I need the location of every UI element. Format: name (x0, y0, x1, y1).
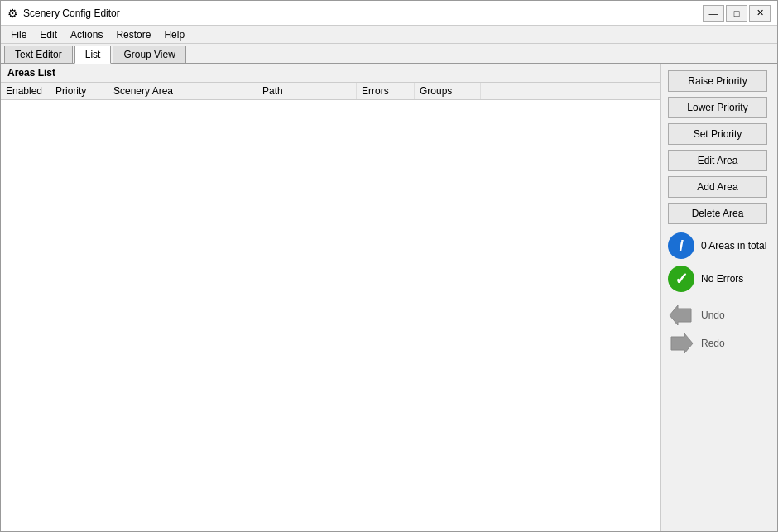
tab-text-editor[interactable]: Text Editor (4, 46, 73, 63)
svg-marker-0 (670, 305, 691, 325)
col-extra (481, 83, 660, 99)
menu-help[interactable]: Help (157, 27, 191, 42)
menu-actions[interactable]: Actions (64, 27, 109, 42)
maximize-button[interactable]: □ (726, 5, 747, 22)
tab-list[interactable]: List (74, 46, 112, 64)
window-title: Scenery Config Editor (23, 7, 120, 19)
delete-area-button[interactable]: Delete Area (668, 203, 767, 224)
lower-priority-button[interactable]: Lower Priority (668, 97, 767, 118)
table-header: Enabled Priority Scenery Area Path Error… (1, 83, 660, 100)
minimize-button[interactable]: — (703, 5, 724, 22)
col-priority: Priority (50, 83, 108, 99)
titlebar-controls: — □ ✕ (703, 5, 771, 22)
redo-row: Redo (668, 332, 771, 355)
menu-restore[interactable]: Restore (109, 27, 157, 42)
col-errors: Errors (357, 83, 415, 99)
info-icon: i (668, 232, 694, 259)
col-enabled: Enabled (1, 83, 50, 99)
areas-total-row: i 0 Areas in total (668, 232, 771, 259)
table-body[interactable] (1, 100, 660, 531)
menu-file[interactable]: File (4, 27, 33, 42)
main-content: Areas List Enabled Priority Scenery Area… (1, 64, 777, 531)
list-header: Areas List (1, 64, 660, 83)
redo-arrow-icon (668, 332, 694, 355)
menu-edit[interactable]: Edit (33, 27, 64, 42)
set-priority-button[interactable]: Set Priority (668, 123, 767, 145)
no-errors-icon: ✓ (668, 266, 694, 292)
redo-label: Redo (701, 338, 725, 349)
col-path: Path (257, 83, 357, 99)
undo-label: Undo (701, 309, 725, 321)
tab-group-view[interactable]: Group View (113, 46, 185, 63)
undo-row: Undo (668, 304, 771, 327)
undo-arrow-icon (668, 304, 694, 327)
tab-bar: Text Editor List Group View (1, 44, 777, 64)
titlebar: ⚙ Scenery Config Editor — □ ✕ (1, 1, 777, 26)
titlebar-left: ⚙ Scenery Config Editor (7, 7, 120, 20)
no-errors-row: ✓ No Errors (668, 266, 771, 292)
menubar: File Edit Actions Restore Help (1, 26, 777, 44)
raise-priority-button[interactable]: Raise Priority (668, 70, 767, 92)
list-area: Areas List Enabled Priority Scenery Area… (1, 64, 661, 531)
undo-button[interactable] (668, 304, 694, 327)
col-groups: Groups (415, 83, 481, 99)
no-errors-text: No Errors (701, 273, 743, 285)
col-scenery-area: Scenery Area (108, 83, 257, 99)
main-window: ⚙ Scenery Config Editor — □ ✕ File Edit … (0, 0, 778, 532)
app-icon: ⚙ (7, 7, 18, 20)
svg-marker-1 (671, 333, 693, 353)
edit-area-button[interactable]: Edit Area (668, 150, 767, 171)
redo-button[interactable] (668, 332, 694, 355)
close-button[interactable]: ✕ (749, 5, 771, 22)
areas-total-text: 0 Areas in total (701, 240, 766, 252)
sidebar: Raise Priority Lower Priority Set Priori… (661, 64, 777, 531)
info-section: i 0 Areas in total ✓ No Errors (668, 232, 771, 292)
add-area-button[interactable]: Add Area (668, 176, 767, 198)
